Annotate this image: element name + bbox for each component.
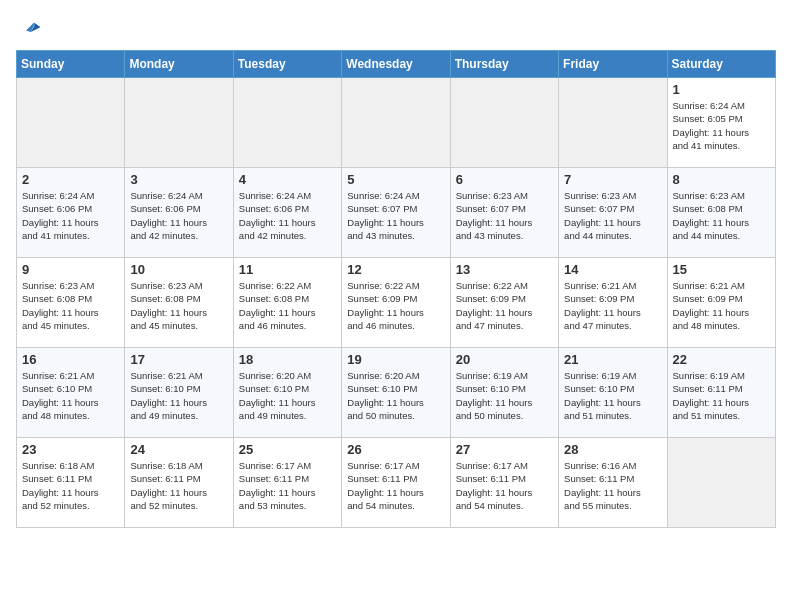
week-row-2: 2Sunrise: 6:24 AM Sunset: 6:06 PM Daylig…: [17, 168, 776, 258]
day-cell: 16Sunrise: 6:21 AM Sunset: 6:10 PM Dayli…: [17, 348, 125, 438]
header-cell-friday: Friday: [559, 51, 667, 78]
day-number: 18: [239, 352, 336, 367]
day-info: Sunrise: 6:24 AM Sunset: 6:06 PM Dayligh…: [130, 189, 227, 242]
day-number: 27: [456, 442, 553, 457]
day-number: 5: [347, 172, 444, 187]
day-info: Sunrise: 6:24 AM Sunset: 6:07 PM Dayligh…: [347, 189, 444, 242]
logo: [16, 16, 42, 40]
calendar-body: 1Sunrise: 6:24 AM Sunset: 6:05 PM Daylig…: [17, 78, 776, 528]
day-info: Sunrise: 6:17 AM Sunset: 6:11 PM Dayligh…: [456, 459, 553, 512]
day-info: Sunrise: 6:24 AM Sunset: 6:06 PM Dayligh…: [22, 189, 119, 242]
header-cell-monday: Monday: [125, 51, 233, 78]
day-info: Sunrise: 6:24 AM Sunset: 6:05 PM Dayligh…: [673, 99, 770, 152]
logo-bird-icon: [18, 16, 42, 40]
day-cell: 19Sunrise: 6:20 AM Sunset: 6:10 PM Dayli…: [342, 348, 450, 438]
header-cell-thursday: Thursday: [450, 51, 558, 78]
day-cell: 24Sunrise: 6:18 AM Sunset: 6:11 PM Dayli…: [125, 438, 233, 528]
day-info: Sunrise: 6:22 AM Sunset: 6:09 PM Dayligh…: [456, 279, 553, 332]
day-cell: 6Sunrise: 6:23 AM Sunset: 6:07 PM Daylig…: [450, 168, 558, 258]
day-number: 21: [564, 352, 661, 367]
day-cell: 25Sunrise: 6:17 AM Sunset: 6:11 PM Dayli…: [233, 438, 341, 528]
day-cell: 11Sunrise: 6:22 AM Sunset: 6:08 PM Dayli…: [233, 258, 341, 348]
day-info: Sunrise: 6:24 AM Sunset: 6:06 PM Dayligh…: [239, 189, 336, 242]
day-info: Sunrise: 6:21 AM Sunset: 6:09 PM Dayligh…: [673, 279, 770, 332]
day-cell: [125, 78, 233, 168]
day-number: 4: [239, 172, 336, 187]
day-info: Sunrise: 6:23 AM Sunset: 6:08 PM Dayligh…: [673, 189, 770, 242]
day-cell: 20Sunrise: 6:19 AM Sunset: 6:10 PM Dayli…: [450, 348, 558, 438]
day-cell: 13Sunrise: 6:22 AM Sunset: 6:09 PM Dayli…: [450, 258, 558, 348]
day-info: Sunrise: 6:23 AM Sunset: 6:08 PM Dayligh…: [130, 279, 227, 332]
day-cell: 3Sunrise: 6:24 AM Sunset: 6:06 PM Daylig…: [125, 168, 233, 258]
day-cell: 7Sunrise: 6:23 AM Sunset: 6:07 PM Daylig…: [559, 168, 667, 258]
day-info: Sunrise: 6:23 AM Sunset: 6:07 PM Dayligh…: [564, 189, 661, 242]
day-cell: [342, 78, 450, 168]
day-cell: 4Sunrise: 6:24 AM Sunset: 6:06 PM Daylig…: [233, 168, 341, 258]
day-number: 23: [22, 442, 119, 457]
day-cell: 10Sunrise: 6:23 AM Sunset: 6:08 PM Dayli…: [125, 258, 233, 348]
day-cell: 22Sunrise: 6:19 AM Sunset: 6:11 PM Dayli…: [667, 348, 775, 438]
day-cell: [450, 78, 558, 168]
day-cell: 1Sunrise: 6:24 AM Sunset: 6:05 PM Daylig…: [667, 78, 775, 168]
week-row-5: 23Sunrise: 6:18 AM Sunset: 6:11 PM Dayli…: [17, 438, 776, 528]
day-cell: 23Sunrise: 6:18 AM Sunset: 6:11 PM Dayli…: [17, 438, 125, 528]
day-cell: 17Sunrise: 6:21 AM Sunset: 6:10 PM Dayli…: [125, 348, 233, 438]
day-number: 9: [22, 262, 119, 277]
day-number: 8: [673, 172, 770, 187]
day-cell: [559, 78, 667, 168]
day-cell: 14Sunrise: 6:21 AM Sunset: 6:09 PM Dayli…: [559, 258, 667, 348]
header-cell-wednesday: Wednesday: [342, 51, 450, 78]
header-cell-tuesday: Tuesday: [233, 51, 341, 78]
day-number: 19: [347, 352, 444, 367]
day-cell: 5Sunrise: 6:24 AM Sunset: 6:07 PM Daylig…: [342, 168, 450, 258]
day-info: Sunrise: 6:23 AM Sunset: 6:08 PM Dayligh…: [22, 279, 119, 332]
day-cell: [667, 438, 775, 528]
day-info: Sunrise: 6:17 AM Sunset: 6:11 PM Dayligh…: [239, 459, 336, 512]
day-info: Sunrise: 6:22 AM Sunset: 6:08 PM Dayligh…: [239, 279, 336, 332]
day-number: 16: [22, 352, 119, 367]
day-info: Sunrise: 6:19 AM Sunset: 6:11 PM Dayligh…: [673, 369, 770, 422]
day-number: 15: [673, 262, 770, 277]
day-info: Sunrise: 6:19 AM Sunset: 6:10 PM Dayligh…: [564, 369, 661, 422]
header-cell-sunday: Sunday: [17, 51, 125, 78]
day-info: Sunrise: 6:18 AM Sunset: 6:11 PM Dayligh…: [22, 459, 119, 512]
day-cell: 21Sunrise: 6:19 AM Sunset: 6:10 PM Dayli…: [559, 348, 667, 438]
day-cell: 2Sunrise: 6:24 AM Sunset: 6:06 PM Daylig…: [17, 168, 125, 258]
day-info: Sunrise: 6:17 AM Sunset: 6:11 PM Dayligh…: [347, 459, 444, 512]
header-row: SundayMondayTuesdayWednesdayThursdayFrid…: [17, 51, 776, 78]
day-number: 3: [130, 172, 227, 187]
day-cell: 8Sunrise: 6:23 AM Sunset: 6:08 PM Daylig…: [667, 168, 775, 258]
day-number: 6: [456, 172, 553, 187]
day-cell: 26Sunrise: 6:17 AM Sunset: 6:11 PM Dayli…: [342, 438, 450, 528]
day-info: Sunrise: 6:18 AM Sunset: 6:11 PM Dayligh…: [130, 459, 227, 512]
day-number: 26: [347, 442, 444, 457]
day-info: Sunrise: 6:19 AM Sunset: 6:10 PM Dayligh…: [456, 369, 553, 422]
day-cell: 27Sunrise: 6:17 AM Sunset: 6:11 PM Dayli…: [450, 438, 558, 528]
day-cell: 18Sunrise: 6:20 AM Sunset: 6:10 PM Dayli…: [233, 348, 341, 438]
day-cell: 12Sunrise: 6:22 AM Sunset: 6:09 PM Dayli…: [342, 258, 450, 348]
header-cell-saturday: Saturday: [667, 51, 775, 78]
day-number: 13: [456, 262, 553, 277]
day-cell: 9Sunrise: 6:23 AM Sunset: 6:08 PM Daylig…: [17, 258, 125, 348]
day-number: 2: [22, 172, 119, 187]
day-number: 24: [130, 442, 227, 457]
week-row-1: 1Sunrise: 6:24 AM Sunset: 6:05 PM Daylig…: [17, 78, 776, 168]
week-row-4: 16Sunrise: 6:21 AM Sunset: 6:10 PM Dayli…: [17, 348, 776, 438]
day-number: 25: [239, 442, 336, 457]
day-number: 10: [130, 262, 227, 277]
day-number: 20: [456, 352, 553, 367]
day-number: 12: [347, 262, 444, 277]
week-row-3: 9Sunrise: 6:23 AM Sunset: 6:08 PM Daylig…: [17, 258, 776, 348]
day-info: Sunrise: 6:23 AM Sunset: 6:07 PM Dayligh…: [456, 189, 553, 242]
day-cell: 15Sunrise: 6:21 AM Sunset: 6:09 PM Dayli…: [667, 258, 775, 348]
day-number: 11: [239, 262, 336, 277]
day-info: Sunrise: 6:16 AM Sunset: 6:11 PM Dayligh…: [564, 459, 661, 512]
day-number: 14: [564, 262, 661, 277]
day-cell: [17, 78, 125, 168]
day-info: Sunrise: 6:21 AM Sunset: 6:09 PM Dayligh…: [564, 279, 661, 332]
day-cell: [233, 78, 341, 168]
day-info: Sunrise: 6:21 AM Sunset: 6:10 PM Dayligh…: [22, 369, 119, 422]
day-number: 1: [673, 82, 770, 97]
day-number: 7: [564, 172, 661, 187]
day-info: Sunrise: 6:20 AM Sunset: 6:10 PM Dayligh…: [239, 369, 336, 422]
